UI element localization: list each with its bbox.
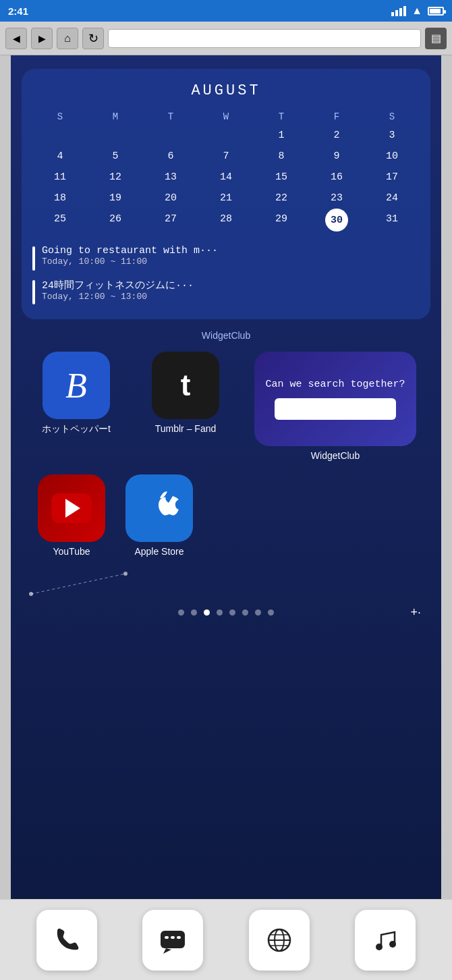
calendar-month: AUGUST (32, 82, 420, 99)
page-dot-4[interactable] (217, 609, 223, 616)
cal-cell: 12 (88, 167, 143, 188)
forward-button[interactable]: ▶ (31, 28, 53, 49)
dock-globe[interactable] (249, 910, 310, 971)
svg-rect-3 (161, 931, 185, 948)
status-icons: ▲ (391, 5, 444, 17)
search-widget-text: Can we search together? (265, 379, 405, 390)
page-dot-1[interactable] (178, 609, 184, 616)
calendar-widget: AUGUST S M T W T F S 1 2 3 4 5 6 7 8 9 1… (22, 69, 430, 319)
dock-phone[interactable] (36, 910, 97, 971)
cal-header-s2: S (364, 109, 420, 125)
youtube-label: YouTube (53, 546, 90, 557)
messages-icon (158, 925, 188, 955)
cal-header-w: W (198, 109, 254, 125)
svg-point-2 (123, 572, 128, 576)
dock (0, 899, 452, 980)
cal-header-m: M (88, 109, 143, 125)
event-title-2: 24時間フィットネスのジムに··· (42, 279, 194, 292)
app-apple-store[interactable]: Apple Store (119, 474, 200, 557)
cal-cell: 18 (32, 188, 88, 209)
phone-icon (52, 925, 82, 955)
wifi-icon: ▲ (412, 5, 422, 17)
event-text-2: 24時間フィットネスのジムに··· Today, 12:00 ~ 13:00 (42, 279, 194, 302)
cal-header-t1: T (143, 109, 198, 125)
app-youtube[interactable]: YouTube (31, 474, 112, 557)
calendar-events: Going to restaurant with m··· Today, 10:… (32, 241, 420, 308)
cal-cell (32, 125, 88, 146)
event-item-2: 24時間フィットネスのジムに··· Today, 12:00 ~ 13:00 (32, 275, 420, 308)
page-dot-2[interactable] (191, 609, 197, 616)
app-tumblr[interactable]: t Tumblr – Fand (145, 352, 226, 434)
page-dot-3[interactable] (204, 609, 210, 616)
svg-line-0 (31, 574, 125, 594)
search-widget-bar[interactable]: 🔍 (275, 398, 396, 420)
event-item-1: Going to restaurant with m··· Today, 10:… (32, 241, 420, 275)
event-text: Going to restaurant with m··· Today, 10:… (42, 245, 218, 267)
cal-cell: 27 (143, 209, 198, 232)
url-input[interactable] (108, 29, 421, 48)
youtube-icon (38, 474, 105, 542)
battery-icon (428, 7, 444, 16)
svg-point-13 (376, 944, 383, 950)
cal-cell: 19 (88, 188, 143, 209)
cal-cell: 11 (32, 167, 88, 188)
cal-cell: 22 (254, 188, 309, 209)
cal-cell-today: 30 (325, 209, 348, 232)
cal-cell: 25 (32, 209, 88, 232)
menu-button[interactable]: ▤ (425, 28, 447, 49)
page-dot-5[interactable] (229, 609, 235, 616)
tumblr-icon: t (152, 352, 219, 419)
page-dot-7[interactable] (255, 609, 261, 616)
cal-cell: 20 (143, 188, 198, 209)
cal-cell: 8 (254, 146, 309, 167)
refresh-button[interactable]: ↻ (82, 28, 104, 49)
page-indicator-area (11, 564, 441, 600)
event-time-1: Today, 10:00 ~ 11:00 (42, 256, 218, 267)
cal-cell: 24 (364, 188, 420, 209)
event-bar (32, 280, 35, 304)
youtube-play-triangle (65, 499, 80, 518)
app-row-1: B ホットペッパーt t Tumblr – Fand Can we search… (11, 345, 441, 468)
cal-cell: 14 (198, 167, 254, 188)
widgetclub-search-app[interactable]: Can we search together? 🔍 WidgetClub (254, 352, 416, 461)
cal-cell: 31 (364, 209, 420, 232)
cal-header-t2: T (254, 109, 309, 125)
globe-icon (264, 925, 294, 955)
widgetclub-search-label: WidgetClub (311, 450, 360, 461)
cal-cell: 17 (364, 167, 420, 188)
cal-cell: 5 (88, 146, 143, 167)
cal-cell: 1 (254, 125, 309, 146)
add-page-button[interactable]: +· (410, 605, 421, 620)
svg-marker-4 (163, 948, 171, 954)
cal-cell: 29 (254, 209, 309, 232)
status-bar: 2:41 ▲ (0, 0, 452, 22)
back-button[interactable]: ◀ (5, 28, 27, 49)
home-button[interactable]: ⌂ (57, 28, 78, 49)
page-dot-8[interactable] (268, 609, 274, 616)
phone-screen: AUGUST S M T W T F S 1 2 3 4 5 6 7 8 9 1… (11, 55, 441, 946)
music-icon (370, 925, 400, 955)
dock-messages[interactable] (142, 910, 203, 971)
search-widget: Can we search together? 🔍 (254, 352, 416, 446)
cal-cell: 9 (309, 146, 364, 167)
svg-rect-7 (177, 936, 181, 939)
time: 2:41 (8, 5, 28, 17)
cal-header-f: F (309, 109, 364, 125)
app-hotpepper[interactable]: B ホットペッパーt (36, 352, 117, 435)
svg-rect-5 (165, 936, 169, 939)
cal-cell: 13 (143, 167, 198, 188)
cal-cell: 28 (198, 209, 254, 232)
calendar-grid: S M T W T F S 1 2 3 4 5 6 7 8 9 10 11 12 (32, 109, 420, 232)
widgetclub-label: WidgetClub (11, 326, 441, 345)
cal-cell: 2 (309, 125, 364, 146)
cal-cell: 26 (88, 209, 143, 232)
cal-cell (198, 125, 254, 146)
cal-cell: 21 (198, 188, 254, 209)
cal-cell: 6 (143, 146, 198, 167)
page-dot-6[interactable] (242, 609, 248, 616)
dock-music[interactable] (355, 910, 416, 971)
hotpepper-icon: B (43, 352, 110, 419)
svg-rect-6 (171, 936, 175, 939)
search-widget-input[interactable] (275, 398, 396, 420)
event-time-2: Today, 12:00 ~ 13:00 (42, 292, 194, 302)
